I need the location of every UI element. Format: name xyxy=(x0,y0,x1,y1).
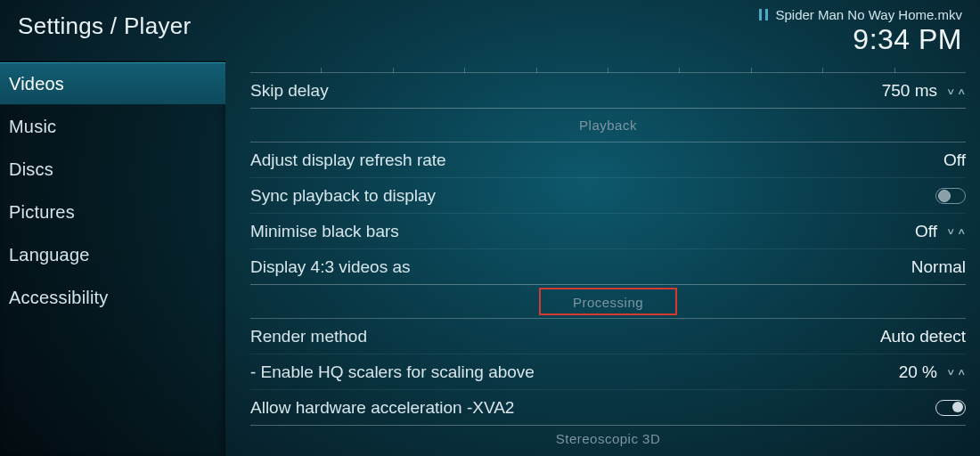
row-sync-playback[interactable]: Sync playback to display xyxy=(250,178,966,214)
sidebar-item-music[interactable]: Music xyxy=(0,105,225,148)
row-label: Allow hardware acceleration -XVA2 xyxy=(250,398,935,418)
spinner-icon[interactable]: ∨∧ xyxy=(946,84,966,98)
sidebar-item-pictures[interactable]: Pictures xyxy=(0,191,225,233)
row-minimise-black-bars[interactable]: Minimise black bars Off ∨∧ xyxy=(250,214,966,249)
row-label: Sync playback to display xyxy=(250,186,935,206)
row-label: Render method xyxy=(250,327,880,346)
spinner-icon[interactable]: ∨∧ xyxy=(946,365,966,379)
now-playing[interactable]: Spider Man No Way Home.mkv xyxy=(759,7,962,22)
row-label: Display 4:3 videos as xyxy=(250,257,911,277)
header: Settings / Player Spider Man No Way Home… xyxy=(0,0,980,61)
settings-content: Skip delay 750 ms ∨∧ Playback Adjust dis… xyxy=(225,61,980,456)
sidebar-item-label: Language xyxy=(9,245,90,265)
row-adjust-refresh-rate[interactable]: Adjust display refresh rate Off xyxy=(250,142,966,178)
highlight-annotation: Processing xyxy=(539,288,677,315)
row-enable-hq-scalers[interactable]: - Enable HQ scalers for scaling above 20… xyxy=(250,354,966,390)
row-value: Auto detect xyxy=(880,327,966,346)
row-label: Minimise black bars xyxy=(250,222,915,241)
pause-icon xyxy=(759,9,768,20)
row-label: - Enable HQ scalers for scaling above xyxy=(250,362,899,382)
sidebar-item-language[interactable]: Language xyxy=(0,233,225,276)
row-display-43[interactable]: Display 4:3 videos as Normal xyxy=(250,249,966,285)
section-title: Processing xyxy=(573,295,643,310)
section-header-stereoscopic-3d: Stereoscopic 3D xyxy=(250,426,966,451)
toggle-off-icon[interactable] xyxy=(935,188,966,204)
row-value: Off xyxy=(943,151,966,170)
row-render-method[interactable]: Render method Auto detect xyxy=(250,319,966,354)
clock: 9:34 PM xyxy=(853,23,962,56)
row-value: Off xyxy=(915,222,937,241)
section-header-playback: Playback xyxy=(250,109,966,142)
now-playing-title: Spider Man No Way Home.mkv xyxy=(775,7,962,22)
sidebar-item-label: Discs xyxy=(9,159,53,180)
section-title: Stereoscopic 3D xyxy=(556,431,661,446)
row-label: Skip delay xyxy=(250,81,882,101)
row-value: Normal xyxy=(911,257,966,277)
sidebar: Videos Music Discs Pictures Language Acc… xyxy=(0,61,225,456)
ruler-ticks xyxy=(250,61,966,73)
toggle-on-icon[interactable] xyxy=(935,400,966,416)
section-title: Playback xyxy=(579,118,637,133)
sidebar-item-label: Videos xyxy=(9,74,64,94)
sidebar-item-label: Accessibility xyxy=(9,288,109,308)
sidebar-item-label: Music xyxy=(9,117,56,137)
sidebar-item-accessibility[interactable]: Accessibility xyxy=(0,276,225,319)
row-label: Adjust display refresh rate xyxy=(250,151,943,170)
sidebar-item-discs[interactable]: Discs xyxy=(0,148,225,191)
section-header-processing: Processing xyxy=(250,285,966,319)
spinner-icon[interactable]: ∨∧ xyxy=(946,224,966,239)
row-value: 750 ms xyxy=(882,81,937,101)
row-value: 20 % xyxy=(899,362,937,382)
row-allow-hw-accel[interactable]: Allow hardware acceleration -XVA2 xyxy=(250,390,966,426)
sidebar-item-videos[interactable]: Videos xyxy=(0,62,225,105)
sidebar-item-label: Pictures xyxy=(9,202,75,223)
main: Videos Music Discs Pictures Language Acc… xyxy=(0,61,980,456)
row-skip-delay[interactable]: Skip delay 750 ms ∨∧ xyxy=(250,73,966,109)
breadcrumb: Settings / Player xyxy=(18,0,191,40)
